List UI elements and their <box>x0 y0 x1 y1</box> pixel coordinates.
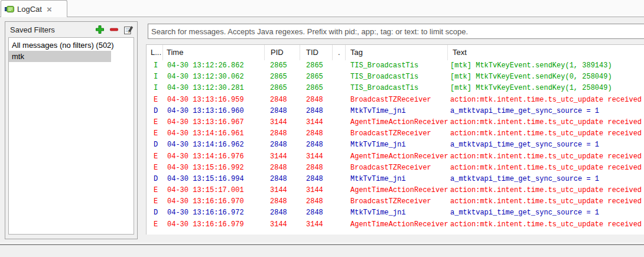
log-tid: 2865 <box>300 71 333 83</box>
search-input[interactable] <box>148 24 644 39</box>
filter-actions <box>95 24 134 35</box>
log-tid: 3144 <box>300 185 333 196</box>
log-row[interactable]: E 04-30 13:16:16.970 2848 2848 Broadcast… <box>147 196 644 207</box>
log-text: action:mtk.intent.time.ts_utc_update rec… <box>448 151 644 162</box>
logcat-icon <box>5 4 14 14</box>
column-header-tid[interactable]: TID <box>300 45 333 60</box>
log-row[interactable]: E 04-30 13:16:16.979 3144 3144 AgentTime… <box>147 219 644 230</box>
log-pid: 3144 <box>265 117 300 128</box>
status-bar <box>0 245 644 257</box>
saved-filters-list: All messages (no filters) (502)mtk <box>8 37 134 235</box>
remove-filter-icon[interactable] <box>109 24 119 35</box>
column-header-text[interactable]: Text <box>448 45 644 60</box>
log-tag: MtkTvTime_jni <box>346 139 448 151</box>
add-filter-icon[interactable] <box>95 24 105 35</box>
log-text: action:mtk.intent.time.ts_utc_update rec… <box>448 219 644 230</box>
log-text: [mtk] MtkTvKeyEvent.sendKey(0, 258049) <box>448 71 644 83</box>
log-row[interactable]: E 04-30 13:15:16.992 2848 2848 Broadcast… <box>147 162 644 174</box>
log-application <box>333 60 346 71</box>
log-time: 04-30 13:14:16.976 <box>163 151 265 162</box>
saved-filters-header: Saved Filters <box>5 22 137 37</box>
log-time: 04-30 13:12:26.862 <box>163 60 265 71</box>
log-row[interactable]: D 04-30 13:16:16.972 2848 2848 MtkTvTime… <box>147 207 644 219</box>
logcat-view: LogCat × Saved Filters <box>0 0 644 257</box>
log-text: action:mtk.intent.time.ts_utc_update rec… <box>448 95 644 106</box>
column-header-pid[interactable]: PID <box>265 45 300 60</box>
log-time: 04-30 13:13:16.967 <box>163 117 265 128</box>
column-header-time[interactable]: Time <box>163 45 265 60</box>
filter-list-item[interactable]: mtk <box>9 51 111 62</box>
log-pid: 2865 <box>265 60 300 71</box>
log-tid: 2848 <box>300 162 333 174</box>
log-application <box>333 196 346 207</box>
log-row[interactable]: D 04-30 13:15:16.994 2848 2848 MtkTvTime… <box>147 174 644 185</box>
log-row[interactable]: E 04-30 13:14:16.976 3144 3144 AgentTime… <box>147 151 644 162</box>
log-pid: 2848 <box>265 139 300 151</box>
log-application <box>333 95 346 106</box>
log-time: 04-30 13:12:30.281 <box>163 83 265 94</box>
saved-filters-panel: Saved Filters <box>5 21 138 239</box>
log-application <box>333 219 346 230</box>
column-header-application[interactable]: . <box>333 45 346 60</box>
log-level: I <box>147 71 163 83</box>
log-application <box>333 151 346 162</box>
log-pid: 2848 <box>265 196 300 207</box>
log-tag: AgentTimeActionReceiver <box>346 117 448 128</box>
log-level: E <box>147 117 163 128</box>
log-text: a_mtktvapi_time_get_sync_source = 1 <box>448 106 644 117</box>
log-application <box>333 71 346 83</box>
log-row[interactable]: E 04-30 13:13:16.959 2848 2848 Broadcast… <box>147 95 644 106</box>
log-row[interactable]: E 04-30 13:14:16.961 2848 2848 Broadcast… <box>147 128 644 139</box>
log-pid: 2848 <box>265 128 300 139</box>
log-row[interactable]: I 04-30 13:12:30.062 2865 2865 TIS_Broad… <box>147 71 644 83</box>
column-header-level[interactable]: L... <box>147 45 163 60</box>
log-row[interactable]: E 04-30 13:15:17.001 3144 3144 AgentTime… <box>147 185 644 196</box>
log-application <box>333 83 346 94</box>
column-header-tag[interactable]: Tag <box>346 45 448 60</box>
log-time: 04-30 13:16:16.979 <box>163 219 265 230</box>
log-tag: TIS_BroadcastTis <box>346 71 448 83</box>
log-pid: 2865 <box>265 83 300 94</box>
log-level: D <box>147 139 163 151</box>
log-application <box>333 207 346 219</box>
log-text: action:mtk.intent.time.ts_utc_update rec… <box>448 117 644 128</box>
log-application <box>333 185 346 196</box>
log-text: action:mtk.intent.time.ts_utc_update rec… <box>448 162 644 174</box>
log-pid: 2865 <box>265 71 300 83</box>
filter-list-item[interactable]: All messages (no filters) (502) <box>9 40 134 51</box>
tab-close-icon[interactable]: × <box>47 5 52 14</box>
log-time: 04-30 13:16:16.970 <box>163 196 265 207</box>
log-text: [mtk] MtkTvKeyEvent.sendKey(1, 389143) <box>448 60 644 71</box>
log-time: 04-30 13:14:16.961 <box>163 128 265 139</box>
log-tag: AgentTimeActionReceiver <box>346 185 448 196</box>
log-level: I <box>147 83 163 94</box>
log-tid: 3144 <box>300 117 333 128</box>
tab-logcat[interactable]: LogCat × <box>1 0 67 17</box>
log-row[interactable]: I 04-30 13:12:26.862 2865 2865 TIS_Broad… <box>147 60 644 71</box>
log-row[interactable]: I 04-30 13:12:30.281 2865 2865 TIS_Broad… <box>147 83 644 94</box>
log-tid: 2848 <box>300 196 333 207</box>
log-table: L... Time PID TID . Tag Text I 04-30 13:… <box>146 44 644 235</box>
log-pid: 3144 <box>265 219 300 230</box>
log-pid: 2848 <box>265 174 300 185</box>
log-row[interactable]: D 04-30 13:14:16.962 2848 2848 MtkTvTime… <box>147 139 644 151</box>
edit-filter-icon[interactable] <box>123 24 134 35</box>
log-row[interactable]: D 04-30 13:13:16.960 2848 2848 MtkTvTime… <box>147 106 644 117</box>
log-level: E <box>147 162 163 174</box>
log-row[interactable]: E 04-30 13:13:16.967 3144 3144 AgentTime… <box>147 117 644 128</box>
log-level: E <box>147 196 163 207</box>
log-pid: 2848 <box>265 106 300 117</box>
log-tid: 2848 <box>300 207 333 219</box>
log-tid: 2848 <box>300 139 333 151</box>
log-tid: 2865 <box>300 83 333 94</box>
log-tag: BroadcastTZReceiver <box>346 196 448 207</box>
saved-filters-title: Saved Filters <box>10 25 55 34</box>
log-application <box>333 106 346 117</box>
log-level: D <box>147 106 163 117</box>
log-time: 04-30 13:13:16.959 <box>163 95 265 106</box>
log-time: 04-30 13:16:16.972 <box>163 207 265 219</box>
tab-bar: LogCat × <box>0 0 644 17</box>
log-tid: 2848 <box>300 106 333 117</box>
log-tag: BroadcastTZReceiver <box>346 162 448 174</box>
log-level: E <box>147 219 163 230</box>
